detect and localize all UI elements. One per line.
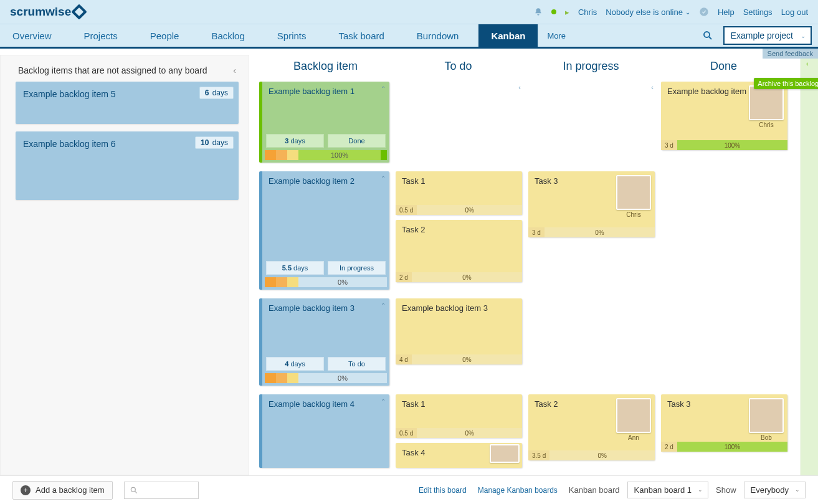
bell-icon[interactable] <box>534 7 543 16</box>
chevron-down-icon: ⌄ <box>685 9 690 16</box>
chevron-down-icon: ⌄ <box>801 32 806 39</box>
logo-icon <box>72 4 87 19</box>
tab-more[interactable]: More <box>538 24 574 47</box>
tab-overview[interactable]: Overview <box>0 24 64 47</box>
check-icon[interactable] <box>699 7 709 17</box>
topbar-right: ▸ Chris Nobody else is online ⌄ Help Set… <box>534 7 808 17</box>
online-users-label: Nobody else is online <box>606 7 683 17</box>
settings-link[interactable]: Settings <box>743 7 773 17</box>
svg-point-1 <box>704 32 710 37</box>
tab-projects[interactable]: Projects <box>72 24 130 47</box>
project-select-value: Example project <box>731 31 793 40</box>
help-link[interactable]: Help <box>718 7 735 17</box>
project-select[interactable]: Example project ⌄ <box>723 26 812 45</box>
logout-link[interactable]: Log out <box>781 7 808 17</box>
tab-backlog[interactable]: Backlog <box>199 24 257 47</box>
presence-arrow-icon: ▸ <box>565 7 569 17</box>
logo-text: scrumwise <box>10 5 71 19</box>
navbar: Overview Projects People Backlog Sprints… <box>0 24 818 49</box>
tab-people[interactable]: People <box>138 24 192 47</box>
tab-taskboard[interactable]: Task board <box>326 24 396 47</box>
tab-sprints[interactable]: Sprints <box>265 24 319 47</box>
current-user[interactable]: Chris <box>578 7 597 17</box>
search-icon[interactable] <box>697 30 718 41</box>
nav-right: Example project ⌄ <box>697 24 818 47</box>
presence-dot-icon <box>551 9 556 14</box>
tab-burndown[interactable]: Burndown <box>404 24 472 47</box>
svg-point-0 <box>700 7 708 16</box>
online-users-dropdown[interactable]: Nobody else is online ⌄ <box>606 7 690 17</box>
logo[interactable]: scrumwise <box>10 5 85 19</box>
topbar: scrumwise ▸ Chris Nobody else is online … <box>0 0 818 24</box>
tab-kanban[interactable]: Kanban <box>478 24 538 47</box>
